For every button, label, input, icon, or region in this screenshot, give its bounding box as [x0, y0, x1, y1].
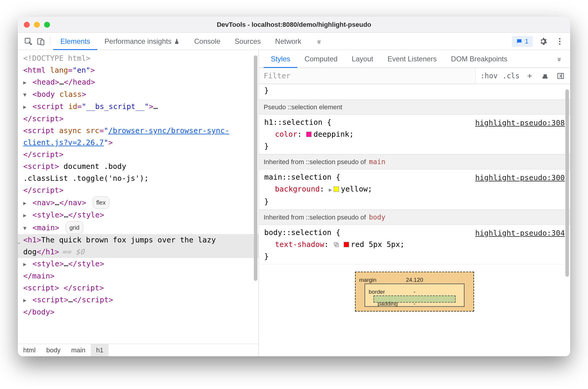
- box-model: margin 24.120 border - padding -: [259, 264, 570, 312]
- styles-filter-row: :hov .cls: [259, 68, 570, 84]
- subtab-computed[interactable]: Computed: [297, 50, 345, 68]
- main-tabs: Elements Performance insights Console So…: [53, 33, 329, 50]
- dom-body-open[interactable]: ▼ <body class>: [18, 88, 259, 101]
- styles-filter-input[interactable]: [259, 68, 476, 84]
- rule-source-link[interactable]: highlight-pseudo:304: [475, 227, 565, 239]
- dom-h1-selected[interactable]: <h1>The quick brown fox jumps over the l…: [18, 234, 259, 258]
- toolbar-divider: [50, 37, 50, 46]
- tabs-overflow-icon[interactable]: [309, 33, 329, 50]
- device-toolbar-icon[interactable]: [35, 35, 47, 48]
- crumb-main[interactable]: main: [66, 344, 91, 356]
- computed-sidebar-toggle-icon[interactable]: [555, 72, 566, 80]
- section-head-inherited-main: Inherited from ::selection pseudo of mai…: [259, 154, 570, 169]
- tab-elements[interactable]: Elements: [53, 33, 97, 50]
- dom-bs-script-close[interactable]: </script>: [18, 113, 259, 125]
- window-title: DevTools - localhost:8080/demo/highlight…: [18, 21, 570, 29]
- dom-main-open[interactable]: ▼ <main> grid: [18, 221, 259, 234]
- svg-rect-2: [41, 40, 44, 45]
- minimize-window-button[interactable]: [34, 22, 40, 28]
- styles-scroll[interactable]: } Pseudo ::selection element highlight-p…: [259, 84, 570, 356]
- main-toolbar: Elements Performance insights Console So…: [18, 33, 570, 50]
- tab-performance-insights[interactable]: Performance insights: [97, 33, 187, 50]
- svg-point-5: [559, 43, 561, 45]
- color-swatch[interactable]: [344, 242, 349, 247]
- inspect-element-icon[interactable]: [22, 35, 35, 48]
- section-head-pseudo-selection: Pseudo ::selection element: [259, 100, 570, 115]
- flask-icon: [174, 38, 180, 44]
- dom-html-open[interactable]: <html lang="en">: [18, 64, 259, 76]
- dom-collapsed-script[interactable]: ▶ <script>…</script>: [18, 294, 259, 306]
- selection-marker: == $0: [59, 248, 84, 256]
- rule-source-link[interactable]: highlight-pseudo:300: [475, 172, 565, 184]
- toggle-cls[interactable]: .cls: [502, 72, 520, 80]
- section-head-inherited-body: Inherited from ::selection pseudo of bod…: [259, 210, 570, 225]
- toggle-hov[interactable]: :hov: [480, 72, 498, 80]
- bm-padding-label: padding: [378, 298, 398, 310]
- crumb-body[interactable]: body: [41, 344, 66, 356]
- styles-sub-tabs: Styles Computed Layout Event Listeners D…: [259, 50, 570, 68]
- tab-label: Performance insights: [104, 37, 171, 46]
- workspace: <!DOCTYPE html> <html lang="en"> ▶ <head…: [18, 50, 570, 356]
- window-traffic-lights[interactable]: [24, 22, 50, 28]
- crumb-h1[interactable]: h1: [91, 344, 109, 356]
- settings-icon[interactable]: [537, 35, 549, 48]
- titlebar: DevTools - localhost:8080/demo/highlight…: [18, 17, 570, 33]
- svg-point-4: [559, 41, 561, 42]
- dom-style-1[interactable]: ▶ <style>…</style>: [18, 209, 259, 221]
- styles-scrollbar[interactable]: [565, 86, 569, 354]
- subtab-dom-breakpoints[interactable]: DOM Breakpoints: [444, 50, 514, 68]
- close-window-button[interactable]: [24, 22, 30, 28]
- subtab-layout[interactable]: Layout: [345, 50, 380, 68]
- dom-inline-script[interactable]: <script> document .body: [18, 161, 259, 172]
- dom-tree-scroll[interactable]: <!DOCTYPE html> <html lang="en"> ▶ <head…: [18, 50, 259, 344]
- elements-panel: <!DOCTYPE html> <html lang="en"> ▶ <head…: [18, 50, 259, 356]
- subtab-event-listeners[interactable]: Event Listeners: [380, 50, 444, 68]
- shadow-icon: [333, 242, 339, 248]
- subtab-styles[interactable]: Styles: [264, 50, 297, 68]
- more-menu-icon[interactable]: [553, 35, 566, 48]
- tab-network[interactable]: Network: [268, 33, 309, 50]
- color-swatch[interactable]: [334, 186, 339, 192]
- layout-badge-grid[interactable]: grid: [65, 221, 83, 234]
- dom-style-2[interactable]: ▶ <style>…</style>: [18, 258, 259, 270]
- dom-body-close[interactable]: </body>: [18, 306, 259, 318]
- dom-main-close[interactable]: </main>: [18, 270, 259, 282]
- new-style-rule-icon[interactable]: [524, 72, 535, 80]
- rule-main-selection[interactable]: highlight-pseudo:300 main::selection { b…: [259, 169, 570, 210]
- svg-point-3: [559, 38, 561, 39]
- dom-head[interactable]: ▶ <head>…</head>: [18, 76, 259, 88]
- dom-nav[interactable]: ▶ <nav>…</nav> flex: [18, 196, 259, 209]
- rule-source-link[interactable]: highlight-pseudo:308: [475, 117, 565, 129]
- rule-body-selection[interactable]: highlight-pseudo:304 body::selection { t…: [259, 225, 570, 264]
- bm-padding-top[interactable]: -: [414, 298, 415, 310]
- dom-tree: <!DOCTYPE html> <html lang="en"> ▶ <head…: [18, 52, 259, 318]
- styles-panel: Styles Computed Layout Event Listeners D…: [259, 50, 570, 356]
- issues-icon: [516, 38, 523, 45]
- expand-shorthand-icon[interactable]: ▶: [329, 186, 334, 193]
- dom-inline-script-close[interactable]: </script>: [18, 184, 259, 196]
- devtools-window: DevTools - localhost:8080/demo/highlight…: [18, 17, 570, 356]
- tab-sources[interactable]: Sources: [228, 33, 268, 50]
- subtabs-overflow-icon[interactable]: [553, 56, 565, 62]
- breadcrumb: html body main h1: [18, 344, 259, 356]
- layout-badge-flex[interactable]: flex: [93, 196, 110, 209]
- dom-scrollbar[interactable]: [254, 52, 257, 341]
- toolbar-right: 1: [512, 35, 566, 48]
- rule-h1-selection[interactable]: highlight-pseudo:308 h1::selection { col…: [259, 115, 570, 154]
- dom-bs-script[interactable]: ▶ <script id="__bs_script__">…: [18, 101, 259, 113]
- dom-inline-script-l2[interactable]: .classList .toggle('no-js');: [18, 172, 259, 184]
- rule-partial-top: }: [259, 84, 570, 100]
- paint-bucket-icon[interactable]: [540, 72, 551, 80]
- dom-doctype[interactable]: <!DOCTYPE html>: [18, 52, 259, 64]
- dom-async-script-open[interactable]: <script async src="/browser-sync/browser…: [18, 125, 259, 149]
- dom-empty-script[interactable]: <script> </script>: [18, 282, 259, 294]
- crumb-html[interactable]: html: [18, 344, 41, 356]
- fullscreen-window-button[interactable]: [44, 22, 50, 28]
- tab-console[interactable]: Console: [187, 33, 227, 50]
- dom-async-script-close[interactable]: </script>: [18, 149, 259, 161]
- issues-button[interactable]: 1: [512, 36, 533, 47]
- color-swatch[interactable]: [306, 132, 312, 137]
- issues-count: 1: [525, 38, 528, 45]
